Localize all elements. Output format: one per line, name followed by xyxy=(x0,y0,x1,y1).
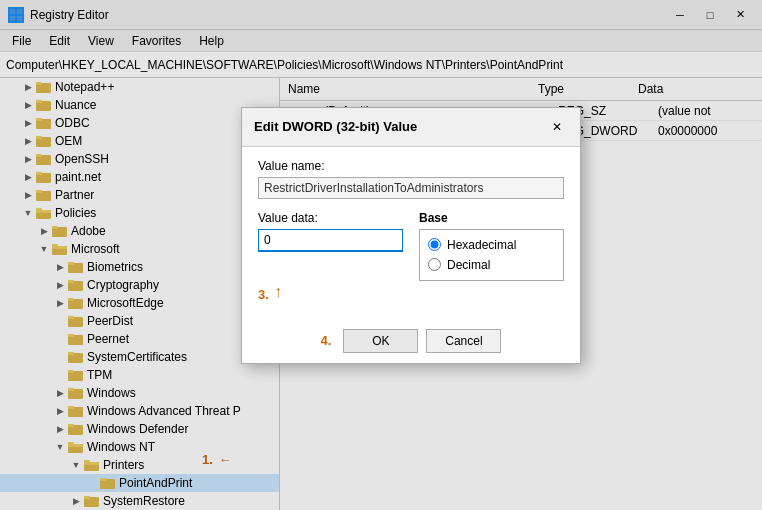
hex-radio[interactable] xyxy=(428,238,441,251)
value-data-input[interactable] xyxy=(258,229,403,252)
hex-label: Hexadecimal xyxy=(447,238,516,252)
up-arrow-icon: ↑ xyxy=(274,283,282,301)
dialog-left: Value data: xyxy=(258,211,403,281)
value-name-field[interactable] xyxy=(258,177,564,199)
dialog-close-button[interactable]: ✕ xyxy=(546,116,568,138)
edit-dword-dialog: Edit DWORD (32-bit) Value ✕ Value name: … xyxy=(241,107,581,364)
value-data-label: Value data: xyxy=(258,211,403,225)
dialog-footer: 4. OK Cancel xyxy=(242,319,580,363)
dialog-overlay: Edit DWORD (32-bit) Value ✕ Value name: … xyxy=(0,0,762,510)
dialog-body: Value name: Value data: Base Hexadecimal xyxy=(242,147,580,319)
ok-button[interactable]: OK xyxy=(343,329,418,353)
base-radio-group: Hexadecimal Decimal xyxy=(419,229,564,281)
value-name-label: Value name: xyxy=(258,159,564,173)
dec-radio[interactable] xyxy=(428,258,441,271)
cancel-button[interactable]: Cancel xyxy=(426,329,501,353)
annotation-area: 3. ↑ xyxy=(258,287,564,307)
base-label: Base xyxy=(419,211,564,225)
dec-label: Decimal xyxy=(447,258,490,272)
annotation-3: 3. xyxy=(258,287,269,302)
dialog-row: Value data: Base Hexadecimal xyxy=(258,211,564,281)
hex-radio-label[interactable]: Hexadecimal xyxy=(428,238,555,252)
dialog-title: Edit DWORD (32-bit) Value xyxy=(254,119,417,134)
dialog-title-bar: Edit DWORD (32-bit) Value ✕ xyxy=(242,108,580,147)
annotation-4: 4. xyxy=(321,333,332,348)
dialog-right: Base Hexadecimal Decimal xyxy=(419,211,564,281)
dec-radio-label[interactable]: Decimal xyxy=(428,258,555,272)
